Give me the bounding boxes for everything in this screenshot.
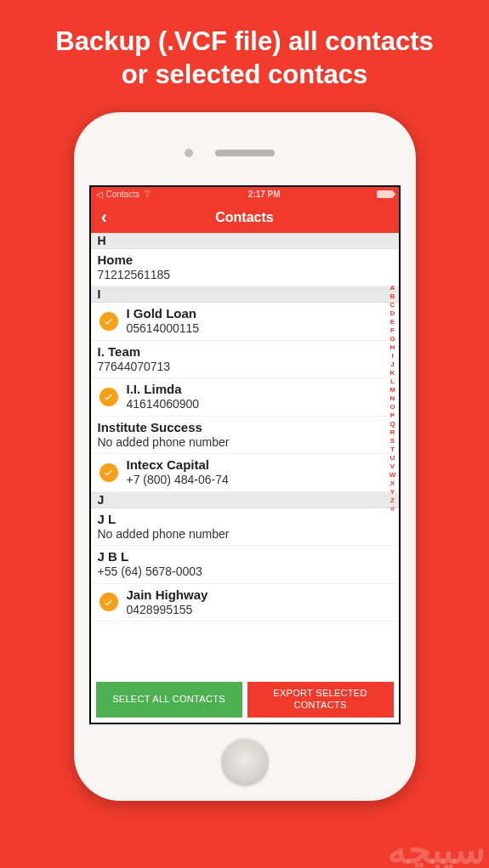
contact-row-body: Home71212561185 — [98, 252, 392, 283]
contact-row-body: I.I. Limda41614060900 — [127, 382, 392, 412]
contact-name: Intecx Capital — [127, 457, 392, 473]
back-button[interactable]: ‹ — [91, 202, 118, 233]
contact-row-body: Intecx Capital+7 (800) 484-06-74 — [127, 457, 392, 488]
contact-name: I.I. Limda — [127, 382, 392, 397]
contact-list[interactable]: HHome71212561185II Gold Loan05614000115I… — [91, 233, 399, 678]
contact-detail: No added phone number — [98, 435, 392, 451]
checkmark-icon[interactable] — [100, 593, 118, 611]
contact-row-body: Jain Highway0428995155 — [127, 587, 392, 618]
select-all-button[interactable]: SELECT ALL CONTACTS — [96, 682, 242, 718]
promo-line2: or selected contacs — [122, 60, 367, 89]
contact-name: I. Team — [98, 344, 392, 360]
status-bar: ◁ Contacts 2:17 PM — [91, 187, 399, 202]
contact-name: J L — [98, 512, 392, 527]
contact-name: Jain Highway — [127, 587, 392, 603]
contact-row[interactable]: I Gold Loan05614000115 — [91, 303, 399, 341]
bottom-toolbar: SELECT ALL CONTACTS EXPORT SELECTED CONT… — [91, 678, 399, 723]
contact-name: J B L — [98, 549, 392, 564]
section-header: I — [91, 286, 399, 303]
contact-row-body: Institute SuccessNo added phone number — [98, 420, 392, 451]
index-letter[interactable]: P — [388, 411, 398, 420]
export-label-line2: CONTACTS — [293, 700, 346, 710]
index-letter[interactable]: Y — [388, 488, 398, 496]
index-letter[interactable]: Q — [388, 420, 398, 428]
index-letter[interactable]: I — [388, 352, 398, 360]
index-letter[interactable]: V — [388, 462, 398, 471]
promo-line1: Backup (.VCF file) all contacts — [55, 26, 433, 56]
contact-name: Home — [98, 252, 392, 268]
home-button[interactable] — [221, 738, 269, 786]
back-to-app-icon[interactable]: ◁ — [96, 190, 103, 199]
battery-icon — [377, 190, 394, 198]
index-letter[interactable]: K — [388, 369, 398, 377]
status-left: ◁ Contacts — [96, 190, 152, 199]
contact-row[interactable]: Jain Highway0428995155 — [91, 584, 399, 622]
index-letter[interactable]: # — [388, 505, 398, 513]
contact-detail: 77644070713 — [98, 360, 392, 375]
index-letter[interactable]: R — [388, 428, 398, 437]
index-letter[interactable]: S — [388, 437, 398, 445]
checkmark-icon[interactable] — [100, 463, 118, 482]
contact-row[interactable]: J LNo added phone number — [91, 508, 399, 547]
back-to-app-label[interactable]: Contacts — [106, 190, 139, 199]
index-letter[interactable]: H — [388, 343, 398, 352]
watermark: سیبچه — [388, 828, 486, 868]
index-letter[interactable]: E — [388, 318, 398, 326]
contact-row[interactable]: I. Team77644070713 — [91, 341, 399, 379]
promo-title: Backup (.VCF file) all contacts or selec… — [0, 0, 489, 100]
index-letter[interactable]: A — [388, 284, 398, 292]
nav-bar: ‹ Contacts — [91, 202, 399, 233]
contact-row[interactable]: Home71212561185 — [91, 249, 399, 287]
index-letter[interactable]: D — [388, 309, 398, 318]
contact-row[interactable]: Institute SuccessNo added phone number — [91, 417, 399, 455]
contact-row-body: I Gold Loan05614000115 — [127, 306, 392, 337]
contact-row[interactable]: J B L+55 (64) 5678-0003 — [91, 546, 399, 584]
contact-detail: 41614060900 — [127, 397, 392, 412]
select-all-label: SELECT ALL CONTACTS — [112, 694, 225, 704]
contact-row[interactable]: I.I. Limda41614060900 — [91, 378, 399, 417]
index-letter[interactable]: X — [388, 479, 398, 488]
contact-detail: 0428995155 — [127, 603, 392, 618]
contact-row-body: J B L+55 (64) 5678-0003 — [98, 549, 392, 580]
index-letter[interactable]: J — [388, 360, 398, 369]
section-header: J — [91, 492, 399, 508]
phone-speaker — [215, 150, 275, 156]
contact-row-body: J LNo added phone number — [98, 512, 392, 542]
index-letter[interactable]: F — [388, 326, 398, 335]
contact-detail: +55 (64) 5678-0003 — [98, 564, 392, 580]
section-header: H — [91, 233, 399, 249]
contact-detail: No added phone number — [98, 527, 392, 542]
contact-name: Institute Success — [98, 420, 392, 435]
index-letter[interactable]: Z — [388, 496, 398, 505]
screen: ◁ Contacts 2:17 PM ‹ Contacts HHome71212… — [89, 185, 401, 724]
index-letter[interactable]: G — [388, 335, 398, 343]
contact-row[interactable]: Intecx Capital+7 (800) 484-06-74 — [91, 454, 399, 492]
contact-detail: +7 (800) 484-06-74 — [127, 473, 392, 488]
index-letter[interactable]: C — [388, 301, 398, 309]
checkmark-icon[interactable] — [100, 312, 118, 331]
index-letter[interactable]: W — [388, 471, 398, 479]
page-title: Contacts — [91, 210, 399, 225]
index-letter[interactable]: N — [388, 394, 398, 403]
contact-detail: 71212561185 — [98, 268, 392, 283]
index-letter[interactable]: T — [388, 445, 398, 454]
contact-row-body: I. Team77644070713 — [98, 344, 392, 375]
contact-detail: 05614000115 — [127, 321, 392, 337]
index-letter[interactable]: L — [388, 377, 398, 386]
index-letter[interactable]: U — [388, 454, 398, 462]
index-letter[interactable]: M — [388, 386, 398, 394]
contact-name: I Gold Loan — [127, 306, 392, 321]
section-index[interactable]: ABCDEFGHIJKLMNOPQRSTUVWXYZ# — [388, 284, 398, 513]
index-letter[interactable]: O — [388, 403, 398, 411]
export-label-line1: EXPORT SELECTED — [273, 688, 367, 698]
checkmark-icon[interactable] — [100, 388, 118, 406]
phone-camera — [185, 149, 193, 157]
phone-frame: ◁ Contacts 2:17 PM ‹ Contacts HHome71212… — [74, 112, 416, 801]
wifi-icon — [143, 190, 152, 199]
chevron-left-icon: ‹ — [101, 207, 107, 229]
export-selected-button[interactable]: EXPORT SELECTED CONTACTS — [247, 682, 394, 718]
index-letter[interactable]: B — [388, 292, 398, 301]
status-time: 2:17 PM — [156, 190, 373, 199]
